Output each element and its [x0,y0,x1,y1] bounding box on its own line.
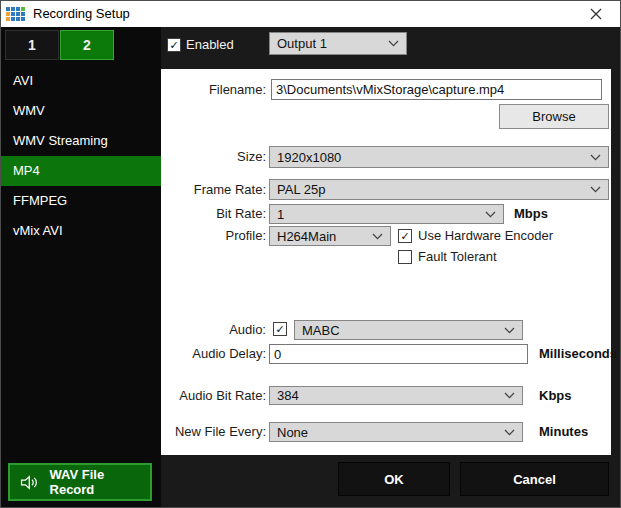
chevron-down-icon [388,40,399,47]
ok-button[interactable]: OK [338,462,450,496]
check-icon: ✓ [275,324,284,335]
vmix-logo-icon [6,7,25,21]
browse-button-label: Browse [532,109,575,124]
new-file-every-unit: Minutes [539,422,588,442]
recorder-tab-2[interactable]: 2 [60,30,114,60]
sidebar-item-ffmpeg[interactable]: FFMPEG [1,186,161,216]
recording-setup-dialog: Recording Setup 1 2 AVI WMV WMV Streamin… [0,0,621,508]
chevron-down-icon [372,233,383,240]
dialog-title: Recording Setup [33,1,130,27]
filename-label: Filename: [161,79,266,100]
profile-select-value: H264Main [277,229,336,244]
sidebar-item-wmv-streaming[interactable]: WMV Streaming [1,126,161,156]
frame-rate-select-value: PAL 25p [277,182,325,197]
check-icon: ✓ [400,231,409,242]
chevron-down-icon [504,327,515,334]
frame-rate-label: Frame Rate: [161,179,266,200]
output-select-value: Output 1 [277,36,327,51]
chevron-down-icon [590,186,601,193]
cancel-button-label: Cancel [513,472,556,487]
frame-rate-select[interactable]: PAL 25p [269,179,609,200]
chevron-down-icon [485,211,496,218]
size-select-value: 1920x1080 [277,150,341,165]
title-bar: Recording Setup [1,1,620,27]
audio-bit-rate-select[interactable]: 384 [269,386,523,405]
bit-rate-select-value: 1 [277,207,284,222]
sidebar-item-mp4[interactable]: MP4 [1,156,161,186]
audio-select-value: MABC [302,323,340,338]
enabled-label[interactable]: Enabled [186,37,234,52]
check-icon: ✓ [169,40,178,51]
fault-tolerant-label[interactable]: Fault Tolerant [418,249,497,264]
fault-tolerant-checkbox[interactable] [398,250,412,264]
dialog-body: 1 2 AVI WMV WMV Streaming MP4 FFMPEG vMi… [1,27,620,508]
chevron-down-icon [590,154,601,161]
sidebar: 1 2 AVI WMV WMV Streaming MP4 FFMPEG vMi… [1,27,161,508]
audio-label: Audio: [161,320,266,340]
size-label: Size: [161,146,266,168]
audio-bit-rate-select-value: 384 [277,388,299,403]
speaker-icon [20,474,39,491]
output-select[interactable]: Output 1 [269,32,407,55]
audio-checkbox[interactable]: ✓ [273,322,287,336]
profile-label: Profile: [161,226,266,246]
bit-rate-label: Bit Rate: [161,204,266,224]
close-button[interactable] [580,2,612,26]
audio-delay-unit: Milliseconds [539,344,617,364]
audio-bit-rate-label: Audio Bit Rate: [161,386,266,405]
settings-panel: Filename: Browse Size: 1920x1080 Frame R… [161,69,611,455]
audio-bit-rate-unit: Kbps [539,386,572,405]
size-select[interactable]: 1920x1080 [269,146,609,168]
sidebar-item-wmv[interactable]: WMV [1,96,161,126]
chevron-down-icon [504,429,515,436]
new-file-every-select[interactable]: None [269,422,523,442]
browse-button[interactable]: Browse [499,104,609,129]
wav-button-label: WAV File Record [50,467,150,497]
enabled-checkbox[interactable]: ✓ [167,38,181,52]
new-file-every-label: New File Every: [161,422,266,442]
recorder-tab-1[interactable]: 1 [5,30,59,60]
cancel-button[interactable]: Cancel [460,462,609,496]
use-hardware-encoder-checkbox[interactable]: ✓ [398,229,412,243]
close-icon [590,8,602,20]
audio-select[interactable]: MABC [294,320,523,340]
chevron-down-icon [504,392,515,399]
profile-select[interactable]: H264Main [269,226,391,246]
filename-input[interactable] [271,79,602,100]
bit-rate-select[interactable]: 1 [269,204,504,224]
sidebar-item-vmix-avi[interactable]: vMix AVI [1,216,161,246]
wav-file-record-button[interactable]: WAV File Record [8,463,152,501]
audio-delay-label: Audio Delay: [161,344,266,364]
use-hardware-encoder-label[interactable]: Use Hardware Encoder [418,228,553,243]
ok-button-label: OK [384,472,404,487]
new-file-every-select-value: None [277,425,308,440]
bit-rate-unit: Mbps [514,204,548,224]
audio-delay-input[interactable] [269,344,528,364]
sidebar-item-avi[interactable]: AVI [1,66,161,96]
